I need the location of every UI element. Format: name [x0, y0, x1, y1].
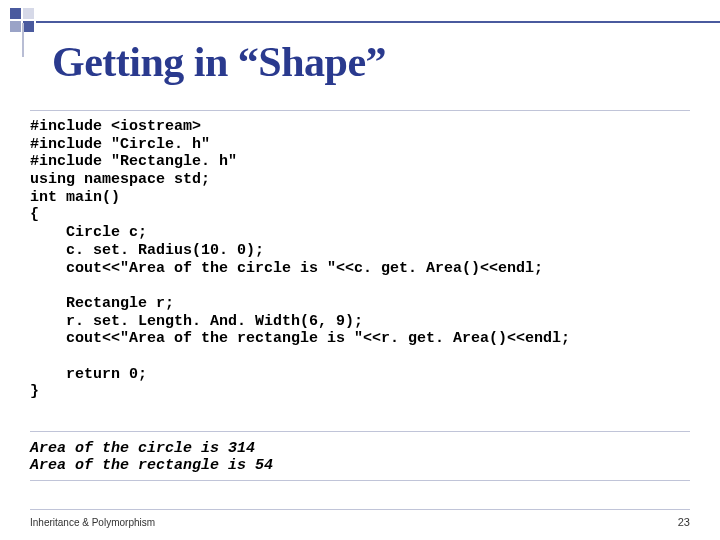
- left-rule: [22, 23, 24, 57]
- divider: [30, 480, 690, 481]
- slide-title: Getting in “Shape”: [52, 38, 386, 86]
- square-dark: [23, 21, 34, 32]
- divider: [30, 110, 690, 111]
- footer-rule: [30, 509, 690, 510]
- square-dark: [10, 8, 21, 19]
- divider: [30, 431, 690, 432]
- square-light: [23, 8, 34, 19]
- code-listing: #include <iostream> #include "Circle. h"…: [30, 118, 690, 401]
- top-rule: [36, 21, 720, 23]
- page-number: 23: [678, 516, 690, 528]
- footer-topic: Inheritance & Polymorphism: [30, 517, 155, 528]
- program-output: Area of the circle is 314 Area of the re…: [30, 440, 273, 475]
- square-mid: [10, 21, 21, 32]
